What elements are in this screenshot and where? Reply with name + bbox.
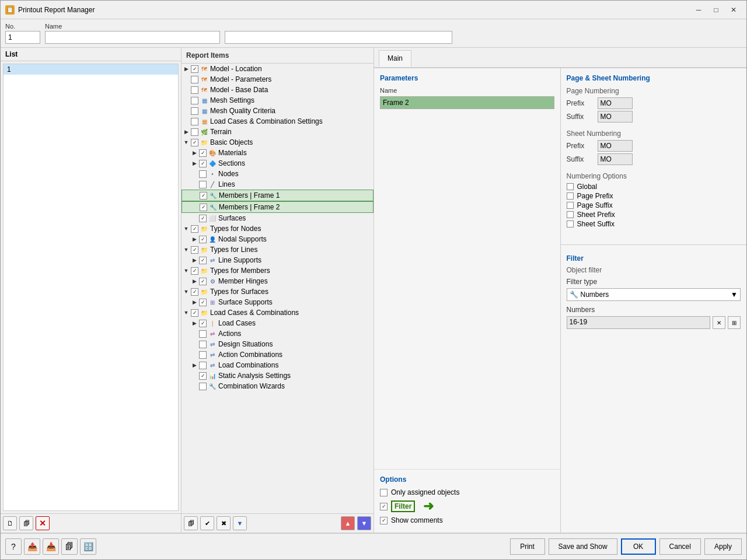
delete-list-button[interactable]: ✕ [36,516,50,530]
tree-item-line-supports[interactable]: ▶ ⇄ Line Supports [181,255,374,265]
tree-scroll[interactable]: ▶ 🗺 Model - Location 🗺 Model - Parameter… [181,64,374,513]
tree-item-load-combos[interactable]: ▶ ⇄ Load Combinations [181,360,374,370]
tree-item-design-situations[interactable]: ⇄ Design Situations [181,339,374,349]
cb-show-comments[interactable] [380,517,388,524]
tree-item-materials[interactable]: ▶ 🎨 Materials [181,148,374,158]
apply-button[interactable]: Apply [704,538,742,555]
tree-item-load-cases-combo-settings[interactable]: ▦ Load Cases & Combination Settings [181,116,374,127]
tree-item-model-base[interactable]: 🗺 Model - Base Data [181,85,374,95]
expand-lines[interactable] [191,181,198,188]
save-show-button[interactable]: Save and Show [549,538,617,555]
close-button[interactable]: ✕ [725,4,742,16]
expand-nodes[interactable] [191,170,198,177]
tree-item-nodal-supports[interactable]: ▶ 👤 Nodal Supports [181,234,374,244]
cb-lines[interactable] [199,181,207,188]
expand-member-hinges[interactable]: ▶ [191,278,198,285]
tree-item-member-hinges[interactable]: ▶ ⚙ Member Hinges [181,276,374,286]
help-button[interactable]: ? [5,538,22,555]
cb-types-members[interactable] [191,267,198,275]
list-item[interactable]: 1 [4,64,178,75]
cb-load-combos[interactable] [199,362,207,369]
expand-members-frame1[interactable] [191,192,198,199]
tree-item-model-location[interactable]: ▶ 🗺 Model - Location [181,64,374,74]
check-report-button[interactable]: ✔ [200,516,214,530]
translate-button[interactable]: 🔠 [80,538,96,555]
copy-report-button[interactable]: 🗐 [184,516,198,530]
cb-surfaces[interactable] [199,215,207,222]
tree-item-nodes[interactable]: • Nodes [181,169,374,179]
expand-load-combos[interactable]: ▶ [191,362,198,369]
expand-design-situations[interactable] [191,341,198,348]
expand-combo-wizards[interactable] [191,383,198,390]
tree-item-terrain[interactable]: ▶ 🌿 Terrain [181,127,374,137]
filter-table-button[interactable]: ⊞ [728,316,741,329]
cb-static-analysis[interactable] [199,372,207,380]
tree-item-sections[interactable]: ▶ 🔷 Sections [181,158,374,169]
expand-surface-supports[interactable]: ▶ [191,299,198,306]
expand-members-frame2[interactable] [191,204,198,211]
tree-item-lines[interactable]: ╱ Lines [181,179,374,190]
cb-page-suffix[interactable] [567,202,574,209]
tree-item-surfaces[interactable]: ⬜ Surfaces [181,213,374,223]
filter-select-button[interactable]: ✕ [713,316,725,329]
cb-types-lines[interactable] [191,246,198,254]
cb-members-frame1[interactable] [200,192,207,200]
tree-item-load-cases[interactable]: ▶ | Load Cases [181,318,374,328]
expand-terrain[interactable]: ▶ [183,128,190,135]
cb-page-prefix[interactable] [567,192,574,200]
import-button[interactable]: 📥 [43,538,59,555]
expand-mesh-quality[interactable] [183,107,190,114]
copy-bottom-button[interactable]: 🗐 [61,538,78,555]
cancel-button[interactable]: Cancel [659,538,701,555]
cb-actions[interactable] [199,330,207,338]
cb-line-supports[interactable] [199,257,207,264]
print-button[interactable]: Print [510,538,545,555]
expand-sections[interactable]: ▶ [191,160,198,167]
expand-types-nodes[interactable]: ▼ [183,225,190,232]
cb-basic-objects[interactable] [191,139,198,146]
tree-item-types-surfaces[interactable]: ▼ 📁 Types for Surfaces [181,286,374,297]
ok-button[interactable]: OK [621,538,656,555]
move-up-button[interactable]: ▲ [341,516,355,530]
tree-item-model-params[interactable]: 🗺 Model - Parameters [181,74,374,85]
cb-action-combinations[interactable] [199,351,207,359]
cb-model-params[interactable] [191,76,198,83]
tree-item-members-frame2[interactable]: 🔧 Members | Frame 2 [181,201,374,213]
cb-lcc-settings[interactable] [191,118,198,125]
cb-nodes[interactable] [199,170,207,178]
minimize-button[interactable]: ─ [690,4,707,16]
cb-sheet-suffix[interactable] [567,220,574,228]
expand-line-supports[interactable]: ▶ [191,257,198,264]
filter-report-button[interactable]: ▼ [233,516,247,530]
expand-model-params[interactable] [183,76,190,83]
cb-global[interactable] [567,183,574,190]
tree-item-mesh-settings[interactable]: ▦ Mesh Settings [181,95,374,106]
cb-load-cases-comb[interactable] [191,309,198,317]
expand-mesh-settings[interactable] [183,97,190,104]
expand-types-lines[interactable]: ▼ [183,246,190,253]
uncheck-report-button[interactable]: ✖ [217,516,231,530]
tree-item-members-frame1[interactable]: 🔧 Members | Frame 1 [181,190,374,201]
expand-model-base[interactable] [183,86,190,93]
maximize-button[interactable]: □ [708,4,724,16]
new-list-button[interactable]: 🗋 [3,516,17,530]
cb-terrain[interactable] [191,128,198,136]
cb-sheet-prefix[interactable] [567,211,574,218]
cb-member-hinges[interactable] [199,278,207,285]
name-input[interactable] [45,31,220,44]
expand-actions[interactable] [191,330,198,337]
cb-mesh-settings[interactable] [191,97,198,104]
tree-item-action-combinations[interactable]: ⇄ Action Combinations [181,349,374,360]
tree-item-load-cases-comb[interactable]: ▼ 📁 Load Cases & Combinations [181,307,374,318]
cb-nodal-supports[interactable] [199,236,207,243]
expand-basic-objects[interactable]: ▼ [183,139,190,146]
expand-surfaces[interactable] [191,215,198,222]
filter-type-select[interactable]: 🔧 Numbers ▼ [567,288,741,301]
tree-item-combo-wizards[interactable]: 🔧 Combination Wizards [181,381,374,391]
expand-types-members[interactable]: ▼ [183,267,190,274]
export-button[interactable]: 📤 [24,538,40,555]
expand-model-location[interactable]: ▶ [183,65,190,72]
expand-materials[interactable]: ▶ [191,149,198,156]
expand-static-analysis[interactable] [191,372,198,379]
tree-item-mesh-quality[interactable]: ▦ Mesh Quality Criteria [181,106,374,116]
